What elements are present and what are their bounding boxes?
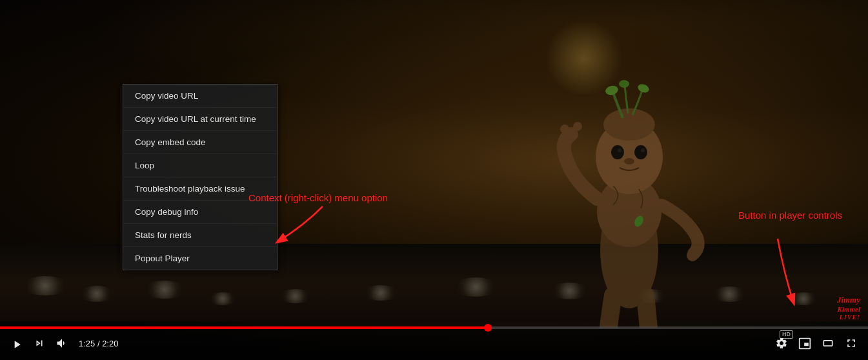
svg-point-6 (634, 145, 647, 159)
arrow-context-menu (226, 200, 355, 252)
next-button[interactable] (31, 335, 48, 352)
fullscreen-button[interactable] (842, 334, 860, 352)
menu-item-copy-url-time[interactable]: Copy video URL at current time (123, 108, 277, 131)
player-controls-bar: 1:25 / 2:20 HD (0, 326, 868, 360)
svg-point-13 (687, 250, 698, 261)
svg-point-8 (641, 148, 645, 152)
hd-badge: HD (780, 330, 793, 339)
settings-button[interactable]: HD (772, 334, 791, 352)
menu-item-loop[interactable]: Loop (123, 154, 277, 177)
theater-button[interactable] (819, 334, 837, 352)
svg-point-7 (618, 148, 621, 152)
menu-item-copy-url[interactable]: Copy video URL (123, 85, 277, 108)
time-display: 1:25 / 2:20 (79, 339, 118, 348)
menu-item-troubleshoot[interactable]: Troubleshoot playback issue (123, 177, 277, 201)
menu-item-copy-embed[interactable]: Copy embed code (123, 131, 277, 154)
miniplayer-button[interactable] (796, 334, 814, 352)
play-button[interactable] (8, 335, 26, 354)
volume-button[interactable] (53, 334, 71, 352)
arrow-player-controls (745, 235, 810, 313)
progress-bar[interactable] (0, 326, 868, 329)
svg-point-5 (611, 145, 624, 159)
progress-fill (0, 326, 489, 329)
svg-point-9 (624, 158, 634, 165)
